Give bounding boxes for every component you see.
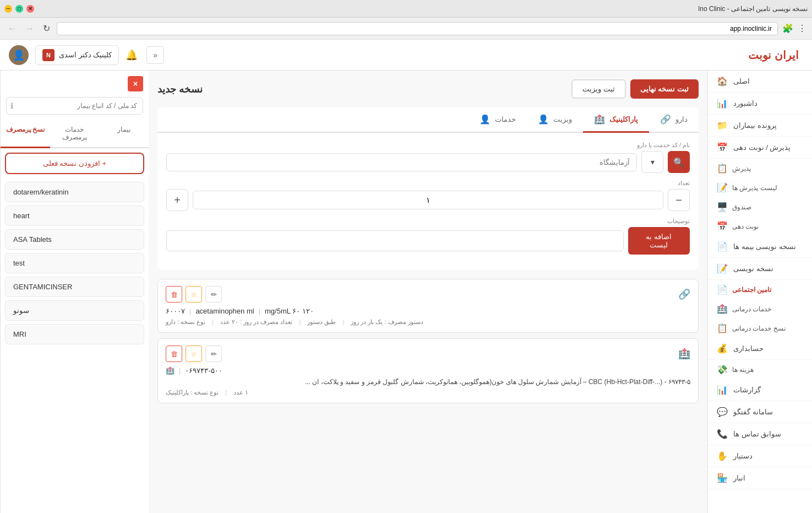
sidebar-item-accept[interactable]: پذیرش 📋 [708, 159, 812, 178]
insurance-icon: 📄 [717, 241, 728, 252]
patient-id-input[interactable] [6, 97, 143, 115]
sidebar-item-chat[interactable]: سامانه گفتگو 💬 [708, 401, 812, 423]
browser-icons: 🧩 ⋮ [782, 23, 806, 34]
title-bar: نسخه نویسی تامین اجتماعی - Ino Clinic ─ … [0, 0, 812, 18]
minimize-button[interactable]: ─ [4, 5, 12, 13]
panel-item-gentamicinser[interactable]: GENTAMICINSER [5, 277, 144, 297]
search-button[interactable]: 🔍 [668, 151, 690, 173]
sidebar-item-assistant[interactable]: دستیار ✋ [708, 445, 812, 467]
sidebar-item-patients[interactable]: پرونده بیماران 📁 [708, 115, 812, 137]
panel-tab-patient[interactable]: بیمار [99, 120, 149, 148]
app-body: اصلی 🏠 داشبورد 📊 پرونده بیماران 📁 پذیرش … [0, 71, 812, 513]
services-tab-icon: 👤 [479, 114, 491, 125]
forward-button[interactable]: → [23, 21, 36, 36]
description-input[interactable] [166, 230, 624, 251]
action-buttons: ثبت نسخه نهایی ثبت ویزیت [571, 79, 699, 99]
item1-edit-button[interactable]: ✏ [205, 286, 222, 303]
sidebar-item-list-receptions[interactable]: لیست پذیرش ها 📝 [708, 178, 812, 197]
item1-info: ۱۲۰ mg/5mL ۶۰ | acetaminophen ml | ۶۰۰۰۷… [166, 307, 690, 326]
panel-tab-prescriptions[interactable]: نسخ پرمصرف [1, 120, 50, 148]
sidebar-item-treatment-prescriptions[interactable]: نسخ خدمات درمانی 📋 [708, 318, 812, 338]
sidebar-label-assistant: دستیار [733, 452, 753, 460]
sidebar-item-dashboard[interactable]: داشبورد 📊 [708, 93, 812, 115]
clinic-selector[interactable]: کلینیک دکتر اسدی N [35, 45, 119, 65]
name-input[interactable] [166, 153, 637, 171]
sidebar-label-reception-group: پذیرش / نوبت دهی [733, 143, 791, 152]
item2-building-icon[interactable]: 🏥 [678, 348, 690, 360]
drug-tab-label: دارو [675, 115, 688, 123]
collapse-button[interactable]: « [146, 46, 164, 64]
sidebar-label-patients: پرونده بیماران [733, 121, 777, 129]
item1-drug-name: acetaminophen ml [195, 307, 254, 315]
search-icon: 🔍 [673, 157, 684, 168]
treatment-services-icon: 🏥 [717, 304, 728, 314]
sidebar-item-appointment[interactable]: نوبت دهی 📅 [708, 217, 812, 236]
count-field-label: تعداد [166, 180, 690, 187]
tab-paraclinic[interactable]: پاراکلینیک 🏥 [583, 107, 649, 133]
item2-edit-button[interactable]: ✏ [205, 345, 222, 362]
sidebar-item-insurance-prescriptions[interactable]: نسخه نویسی بیمه ها 📄 [708, 236, 812, 258]
sidebar-item-taamin[interactable]: تامین اجتماعی 📄 [708, 280, 812, 299]
item1-star-button[interactable]: ☆ [186, 286, 202, 303]
item1-link-icon[interactable]: 🔗 [678, 288, 690, 300]
sidebar-item-accounting[interactable]: حسابداری 💰 [708, 338, 812, 360]
accounting-icon: 💰 [717, 343, 728, 354]
panel-item-mri[interactable]: MRI [5, 324, 144, 344]
info-icon: ℹ [10, 101, 13, 110]
dashboard-icon: 📊 [717, 98, 728, 109]
count-field-row: تعداد − + [166, 180, 690, 211]
item2-description: CBC (Hb-Hct-Plat-Diff-...) - ۶۹۷۴۳-۵ – آ… [166, 378, 690, 386]
close-button[interactable]: ✕ [26, 5, 34, 13]
item1-count: تعداد مصرف در روز : ۲۰ عدد [220, 318, 292, 326]
panel-item-asa[interactable]: ASA Tablets [5, 229, 144, 250]
extension-icon[interactable]: 🧩 [782, 23, 793, 34]
panel-close-button[interactable]: × [128, 76, 143, 91]
name-field-row: نام / کد خدمت یا دارو 🔍 ▾ [166, 142, 690, 173]
reload-button[interactable]: ↻ [41, 21, 52, 36]
panel-item-sono[interactable]: سونو [5, 300, 144, 321]
sidebar-item-treatment-services[interactable]: خدمات درمانی 🏥 [708, 299, 812, 318]
sidebar-label-dashboard: داشبورد [733, 99, 757, 107]
sidebar-item-contacts[interactable]: سوابق تماس ها 📞 [708, 423, 812, 445]
sidebar-item-cashbox[interactable]: صندوق 🖥️ [708, 197, 812, 217]
tab-visit[interactable]: ویزیت 👤 [527, 107, 583, 133]
register-final-button[interactable]: ثبت نسخه نهایی [630, 79, 699, 99]
panel-item-test[interactable]: test [5, 253, 144, 273]
address-bar[interactable] [57, 22, 778, 35]
tab-services[interactable]: خدمات 👤 [468, 107, 527, 133]
reports-icon: 📊 [717, 385, 728, 395]
sidebar-item-home[interactable]: اصلی 🏠 [708, 71, 812, 93]
quantity-input[interactable] [193, 191, 663, 209]
sidebar-item-store[interactable]: انبار 🏪 [708, 467, 812, 489]
back-button[interactable]: ← [6, 21, 19, 36]
panel-tab-services[interactable]: خدمات پرمصرف [50, 120, 100, 148]
sidebar-item-expenses[interactable]: هزینه ها 💸 [708, 360, 812, 379]
item1-delete-button[interactable]: 🗑 [166, 286, 182, 303]
main-content: ثبت نسخه نهایی ثبت ویزیت نسخه جدید دارو … [149, 71, 707, 513]
sidebar-label-accept: پذیرش [732, 165, 751, 172]
notification-button[interactable]: 🔔 [126, 49, 138, 61]
tab-drug[interactable]: دارو 🔗 [649, 107, 699, 133]
dropdown-button[interactable]: ▾ [641, 151, 663, 173]
sidebar-label-chat: سامانه گفتگو [733, 408, 773, 416]
item2-delete-button[interactable]: 🗑 [166, 345, 182, 362]
decrement-button[interactable]: − [668, 189, 690, 211]
panel-item-heart[interactable]: heart [5, 206, 144, 226]
panel-item-dotarem[interactable]: dotarem/keratinin [5, 182, 144, 202]
sidebar-label-prescriptions-group: نسخه نویسی [733, 264, 773, 273]
increment-button[interactable]: + [166, 189, 188, 211]
app-header: ایران نوبت « 🔔 کلینیک دکتر اسدی N 👤 [0, 40, 812, 71]
chevron-down-icon: ▾ [651, 158, 655, 166]
add-to-list-button[interactable]: اضافه به لیست [628, 227, 690, 255]
item2-star-button[interactable]: ☆ [186, 345, 202, 362]
sidebar-item-reports[interactable]: گزارشات 📊 [708, 379, 812, 401]
avatar[interactable]: 👤 [9, 45, 29, 65]
maximize-button[interactable]: □ [15, 5, 23, 13]
item2-details: ۱ عدد | نوع نسخه : پاراکلینیک [166, 389, 690, 396]
register-visit-button[interactable]: ثبت ویزیت [571, 79, 626, 99]
sidebar-item-prescriptions-group[interactable]: نسخه نویسی 📝 [708, 258, 812, 280]
menu-icon[interactable]: ⋮ [798, 23, 806, 34]
add-prescription-button[interactable]: + افزودن نسخه فعلی [5, 153, 144, 174]
sidebar-label-list-receptions: لیست پذیرش ها [732, 184, 777, 192]
sidebar-item-reception-group[interactable]: پذیرش / نوبت دهی 📅 [708, 137, 812, 159]
